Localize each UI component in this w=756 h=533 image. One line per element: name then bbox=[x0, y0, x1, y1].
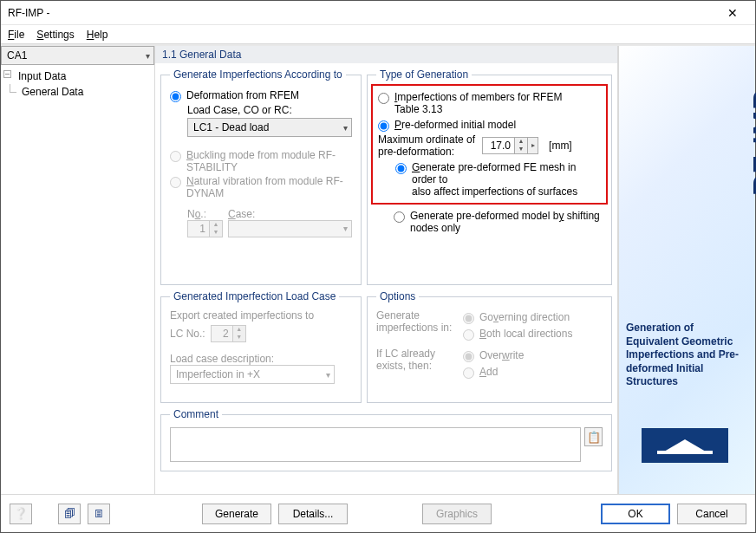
unit-label: [mm] bbox=[549, 140, 572, 152]
lc-select[interactable]: LC1 - Dead load ▾ bbox=[187, 118, 352, 137]
radio-natural-vibration: Natural vibration from module RF-DYNAM bbox=[170, 175, 352, 199]
details-button[interactable]: Details... bbox=[278, 504, 348, 524]
brand-description: Generation of Equivalent Geometric Imper… bbox=[626, 322, 748, 389]
legend-type: Type of Generation bbox=[376, 68, 472, 81]
legend-comment: Comment bbox=[170, 408, 222, 420]
help-button[interactable]: ❔ bbox=[10, 504, 32, 524]
radio-both: Both local directions bbox=[463, 328, 572, 341]
radio-imperfections-members[interactable]: Imperfections of members for RFEMTable 3… bbox=[378, 91, 601, 115]
tool-button-2[interactable]: 🗏 bbox=[88, 504, 110, 524]
radio-shift-input[interactable] bbox=[394, 211, 405, 223]
radio-add: Add bbox=[463, 366, 498, 379]
max-ordinate-spinner[interactable]: ▲▼ ▸ bbox=[482, 137, 538, 154]
max-ordinate-input[interactable] bbox=[483, 138, 514, 153]
chevron-down-icon: ▾ bbox=[343, 224, 348, 233]
comment-picker-button[interactable]: 📋 bbox=[584, 427, 603, 446]
menu-file[interactable]: File bbox=[8, 29, 24, 41]
highlighted-region: Imperfections of members for RFEMTable 3… bbox=[371, 84, 608, 205]
group-generate-according: Generate Imperfections According to Defo… bbox=[160, 68, 362, 285]
lcno-value bbox=[212, 326, 232, 341]
no-value bbox=[188, 221, 209, 237]
radio-predef-input[interactable] bbox=[378, 120, 389, 132]
legend-options: Options bbox=[376, 290, 419, 302]
cancel-button[interactable]: Cancel bbox=[677, 504, 746, 524]
branding-panel: RF-IMP Generation of Equivalent Geometri… bbox=[618, 46, 755, 494]
left-panel: CA1 ▾ – Input Data General Data bbox=[1, 46, 155, 494]
radio-deformation-rfem-input[interactable] bbox=[170, 91, 181, 102]
spin-down-icon: ▼ bbox=[233, 334, 245, 341]
case-combo-value: CA1 bbox=[7, 49, 27, 62]
tree-root[interactable]: Input Data bbox=[16, 68, 151, 84]
legend-gilc: Generated Imperfection Load Case bbox=[170, 290, 339, 302]
close-icon[interactable]: ✕ bbox=[717, 6, 748, 20]
brand-text: RF-IMP bbox=[746, 89, 756, 196]
radio-generate-fe-mesh[interactable]: Generate pre-deformed FE mesh in order t… bbox=[395, 161, 601, 198]
page-title: 1.1 General Data bbox=[155, 46, 617, 63]
group-type-generation: Type of Generation Imperfections of memb… bbox=[367, 68, 612, 285]
lc-block: Load Case, CO or RC: LC1 - Dead load ▾ bbox=[187, 104, 352, 137]
main-panel: 1.1 General Data Generate Imperfections … bbox=[155, 46, 618, 494]
spin-up-icon[interactable]: ▲ bbox=[515, 138, 527, 146]
menu-help[interactable]: Help bbox=[87, 29, 108, 41]
tree-item-general-data[interactable]: General Data bbox=[4, 84, 151, 100]
nav-tree: – Input Data General Data bbox=[1, 65, 154, 494]
if-lc-label: If LC already exists, then: bbox=[376, 348, 463, 372]
chevron-down-icon: ▾ bbox=[326, 370, 330, 380]
app-window: RF-IMP - ✕ File Settings Help CA1 ▾ – In… bbox=[0, 0, 756, 533]
no-spinner: ▲▼ bbox=[187, 220, 223, 237]
legend-generate: Generate Imperfections According to bbox=[170, 68, 346, 81]
graphics-button: Graphics bbox=[422, 504, 492, 524]
comment-input[interactable] bbox=[170, 427, 581, 462]
chevron-down-icon: ▾ bbox=[343, 123, 348, 133]
lcno-spinner: ▲▼ bbox=[211, 325, 246, 342]
radio-predeformed-model[interactable]: Pre-deformed initial model bbox=[378, 119, 601, 132]
radio-shift-nodes[interactable]: Generate pre-deformed model by shiftingn… bbox=[394, 210, 603, 234]
radio-buckling-input bbox=[170, 151, 181, 162]
gen-in-label: Generate imperfections in: bbox=[376, 309, 463, 334]
case-combo[interactable]: CA1 ▾ bbox=[1, 46, 154, 65]
radio-overwrite: Overwrite bbox=[463, 349, 524, 362]
lcdesc-value: Imperfection in +X bbox=[176, 368, 260, 380]
max-label: Maximum ordinate of pre-deformation: bbox=[378, 133, 475, 158]
tool-button-1[interactable]: 🗐 bbox=[58, 504, 81, 524]
radio-buckling: Buckling mode from module RF-STABILITY bbox=[170, 149, 352, 173]
max-ordinate-row: Maximum ordinate of pre-deformation: ▲▼ … bbox=[378, 133, 601, 158]
window-title: RF-IMP - bbox=[8, 7, 717, 19]
radio-natural-input bbox=[170, 177, 181, 188]
lcdesc-select: Imperfection in +X ▾ bbox=[170, 365, 335, 384]
no-case-row: No.: ▲▼ Case: ▾ bbox=[187, 208, 352, 237]
group-options: Options Generate imperfections in: Gover… bbox=[367, 290, 612, 403]
spin-down-icon[interactable]: ▼ bbox=[515, 146, 527, 153]
ok-button[interactable]: OK bbox=[601, 504, 670, 524]
radio-femesh-input[interactable] bbox=[395, 163, 407, 174]
footer: ❔ 🗐 🗏 Generate Details... Graphics OK Ca… bbox=[1, 494, 755, 532]
generate-button[interactable]: Generate bbox=[202, 504, 271, 524]
lc-label: Load Case, CO or RC: bbox=[187, 104, 352, 116]
no-label: No.: bbox=[187, 208, 223, 220]
lcno-row: LC No.: ▲▼ bbox=[170, 325, 352, 342]
lcno-label: LC No.: bbox=[170, 328, 205, 340]
chevron-down-icon: ▾ bbox=[146, 51, 150, 61]
menu-settings[interactable]: Settings bbox=[36, 29, 74, 41]
export-label: Export created imperfections to bbox=[170, 309, 352, 322]
brand-logo bbox=[642, 428, 728, 463]
tree-collapse-icon[interactable]: – bbox=[3, 70, 11, 78]
spin-up-icon: ▲ bbox=[210, 221, 222, 229]
group-comment: Comment 📋 bbox=[160, 408, 612, 471]
radio-imperf-input[interactable] bbox=[378, 93, 389, 104]
spin-up-icon: ▲ bbox=[233, 326, 245, 334]
spin-ext-icon[interactable]: ▸ bbox=[527, 138, 538, 153]
lcdesc-label: Load case description: bbox=[170, 353, 352, 365]
titlebar: RF-IMP - ✕ bbox=[1, 1, 755, 25]
case-label: Case: bbox=[228, 208, 352, 220]
radio-deformation-rfem[interactable]: Deformation from RFEM bbox=[170, 89, 352, 102]
case-select: ▾ bbox=[228, 220, 352, 237]
menubar: File Settings Help bbox=[1, 25, 755, 44]
spin-down-icon: ▼ bbox=[210, 229, 222, 237]
lc-value: LC1 - Dead load bbox=[193, 121, 269, 133]
group-generated-lc: Generated Imperfection Load Case Export … bbox=[160, 290, 362, 403]
radio-governing: Governing direction bbox=[463, 311, 570, 324]
